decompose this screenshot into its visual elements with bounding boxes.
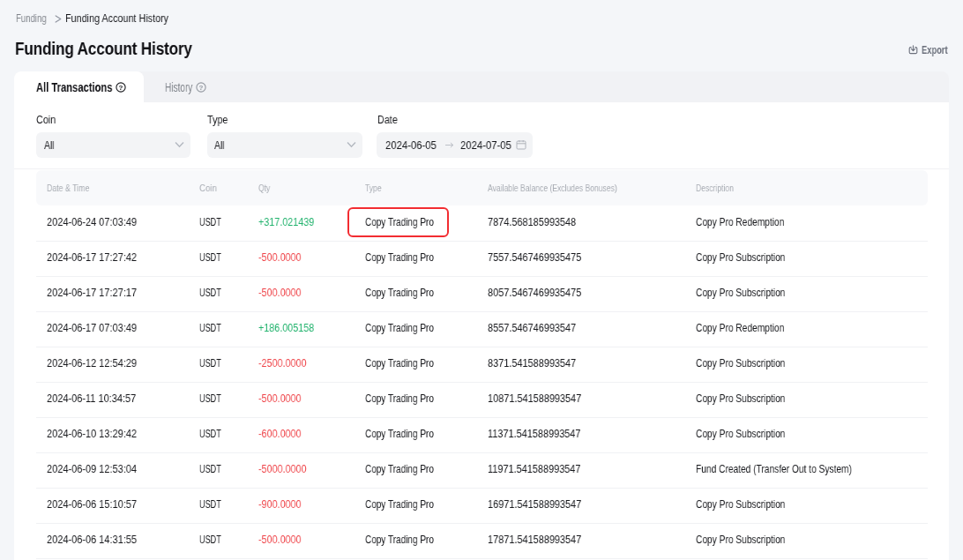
- svg-text:?: ?: [198, 84, 203, 92]
- svg-text:?: ?: [118, 84, 123, 92]
